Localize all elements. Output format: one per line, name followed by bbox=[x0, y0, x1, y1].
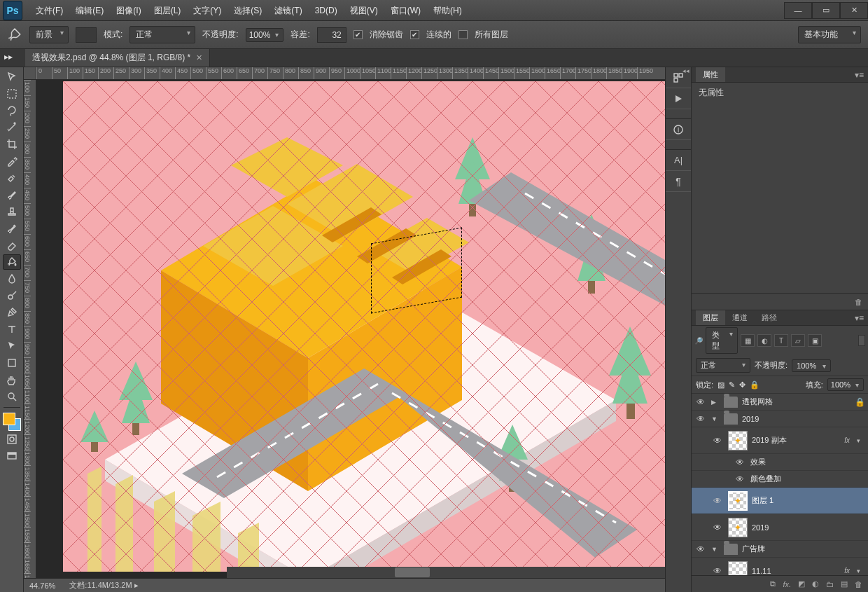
filter-shape-icon[interactable]: ▱ bbox=[791, 334, 805, 347]
mask-icon[interactable]: ◩ bbox=[798, 579, 805, 588]
close-tab-icon[interactable]: ✕ bbox=[196, 53, 202, 62]
properties-tab[interactable]: 属性 bbox=[696, 67, 725, 82]
panel-menu-icon[interactable]: ▾≡ bbox=[855, 70, 868, 80]
move-tool[interactable] bbox=[3, 69, 21, 85]
layers-tab[interactable]: 图层 bbox=[696, 310, 725, 325]
blend-mode-dropdown[interactable]: 正常 bbox=[130, 26, 195, 43]
all-layers-checkbox[interactable] bbox=[458, 30, 468, 39]
visibility-icon[interactable]: 👁 bbox=[711, 566, 724, 576]
fill-source-dropdown[interactable]: 前景 bbox=[29, 26, 69, 43]
blur-tool[interactable] bbox=[3, 271, 21, 287]
visibility-icon[interactable]: 👁 bbox=[734, 457, 746, 467]
layer-thumb[interactable]: ✦ bbox=[728, 431, 748, 450]
layer-filter-kind[interactable]: 类型 bbox=[706, 327, 738, 354]
color-swatches[interactable] bbox=[3, 413, 21, 431]
layer-opacity-value[interactable]: 100% bbox=[792, 359, 831, 372]
collapse-icon[interactable]: ▶ bbox=[711, 399, 720, 406]
menu-file[interactable]: 文件(F) bbox=[29, 0, 69, 21]
lasso-tool[interactable] bbox=[3, 103, 21, 118]
zoom-readout[interactable]: 44.76% bbox=[29, 581, 55, 590]
quickmask-tool[interactable] bbox=[3, 432, 21, 447]
layer-coloroverlay-row[interactable]: 👁 颜色叠加 bbox=[692, 471, 868, 488]
minimize-button[interactable]: — bbox=[784, 2, 812, 19]
menu-select[interactable]: 选择(S) bbox=[227, 0, 268, 21]
filter-toggle[interactable] bbox=[858, 335, 865, 346]
visibility-icon[interactable]: 👁 bbox=[694, 414, 707, 424]
menu-help[interactable]: 帮助(H) bbox=[427, 0, 468, 21]
opacity-input[interactable]: 100% bbox=[246, 28, 284, 42]
fx-icon[interactable]: fx. bbox=[783, 580, 791, 588]
ruler-vertical[interactable]: 1001502002503003504004505005506006507007… bbox=[24, 80, 36, 592]
docinfo-readout[interactable]: 文档:11.4M/13.2M ▸ bbox=[69, 580, 138, 591]
heal-tool[interactable] bbox=[3, 170, 21, 186]
visibility-icon[interactable]: 👁 bbox=[734, 474, 746, 484]
visibility-icon[interactable]: 👁 bbox=[711, 496, 724, 506]
menu-type[interactable]: 文字(Y) bbox=[187, 0, 227, 21]
lock-paint-icon[interactable]: ✎ bbox=[729, 380, 735, 390]
character-panel-icon[interactable]: A| bbox=[666, 150, 691, 171]
menu-filter[interactable]: 滤镜(T) bbox=[268, 0, 308, 21]
group-icon[interactable]: 🗀 bbox=[826, 580, 834, 588]
paragraph-panel-icon[interactable]: ¶ bbox=[666, 171, 691, 192]
document-tab[interactable]: 透视效果2.psd @ 44.8% (图层 1, RGB/8) * ✕ bbox=[25, 49, 210, 67]
visibility-icon[interactable]: 👁 bbox=[711, 523, 724, 532]
stamp-tool[interactable] bbox=[3, 204, 21, 219]
crop-tool[interactable] bbox=[3, 137, 21, 152]
layer-group-grid[interactable]: 👁 ▶ 透视网格 🔒 bbox=[692, 394, 868, 411]
menu-view[interactable]: 视图(V) bbox=[344, 0, 384, 21]
filter-pixel-icon[interactable]: ▦ bbox=[741, 334, 755, 347]
menu-layer[interactable]: 图层(L) bbox=[148, 0, 188, 21]
tolerance-input[interactable]: 32 bbox=[317, 27, 346, 43]
filter-adjust-icon[interactable]: ◐ bbox=[757, 334, 771, 347]
filter-smart-icon[interactable]: ▣ bbox=[808, 334, 822, 347]
paths-tab[interactable]: 路径 bbox=[755, 310, 784, 325]
fg-color-swatch[interactable] bbox=[3, 413, 15, 425]
toolbox-collapse-icon[interactable]: ▸▸ bbox=[4, 52, 17, 64]
expand-panels-icon[interactable]: ◂◂ bbox=[682, 67, 690, 74]
layer-2019[interactable]: 👁 ✦ 2019 bbox=[692, 514, 868, 541]
antialias-checkbox[interactable]: ✔ bbox=[354, 30, 363, 39]
ruler-horizontal[interactable]: 0501001502002503003504004505005506006507… bbox=[36, 67, 665, 80]
layer-1111[interactable]: 👁 11.11 fx▾ bbox=[692, 558, 868, 575]
visibility-icon[interactable]: 👁 bbox=[711, 436, 724, 446]
dodge-tool[interactable] bbox=[3, 288, 21, 303]
workspace-dropdown[interactable]: 基本功能 bbox=[798, 26, 861, 43]
menu-edit[interactable]: 编辑(E) bbox=[69, 0, 110, 21]
contiguous-checkbox[interactable]: ✔ bbox=[410, 30, 419, 39]
lock-pos-icon[interactable]: ✥ bbox=[739, 380, 746, 390]
lock-trans-icon[interactable]: ▨ bbox=[718, 380, 724, 390]
bucket-tool[interactable] bbox=[3, 254, 21, 270]
marquee-tool[interactable] bbox=[3, 86, 21, 102]
layer-list[interactable]: 👁 ▶ 透视网格 🔒 👁 ▼ 2019 👁 ✦ bbox=[692, 394, 868, 575]
layer-thumb[interactable]: ✦ bbox=[728, 518, 748, 537]
type-tool[interactable] bbox=[3, 322, 21, 337]
wand-tool[interactable] bbox=[3, 120, 21, 135]
trash-icon[interactable]: 🗑 bbox=[855, 298, 862, 306]
layer-group-billboard[interactable]: 👁 ▼ 广告牌 bbox=[692, 541, 868, 558]
layer-thumb[interactable] bbox=[728, 561, 748, 576]
actions-panel-icon[interactable] bbox=[666, 88, 691, 109]
shape-tool[interactable] bbox=[3, 355, 21, 371]
newlayer-icon[interactable]: ▤ bbox=[841, 579, 848, 588]
layer-2019-copy[interactable]: 👁 ✦ 2019 副本 fx▾ bbox=[692, 427, 868, 454]
collapse-icon[interactable]: ▼ bbox=[711, 415, 720, 422]
layer-fill-value[interactable]: 100% bbox=[827, 378, 864, 391]
history-brush-tool[interactable] bbox=[3, 221, 21, 236]
zoom-tool[interactable] bbox=[3, 389, 21, 404]
layers-panel-menu-icon[interactable]: ▾≡ bbox=[855, 313, 868, 323]
pattern-picker[interactable] bbox=[76, 27, 97, 43]
menu-3d[interactable]: 3D(D) bbox=[309, 0, 344, 21]
layer-thumb[interactable]: ✦ bbox=[728, 491, 748, 511]
delete-icon[interactable]: 🗑 bbox=[855, 580, 862, 588]
info-panel-icon[interactable]: i bbox=[666, 119, 691, 140]
path-select-tool[interactable] bbox=[3, 338, 21, 354]
visibility-icon[interactable]: 👁 bbox=[694, 544, 707, 554]
maximize-button[interactable]: ▭ bbox=[812, 2, 840, 19]
eraser-tool[interactable] bbox=[3, 238, 21, 253]
visibility-icon[interactable]: 👁 bbox=[694, 397, 707, 407]
collapse-icon[interactable]: ▼ bbox=[711, 546, 720, 553]
scrollbar-thumb[interactable] bbox=[395, 567, 430, 577]
close-button[interactable]: ✕ bbox=[840, 2, 868, 19]
layer-layer1[interactable]: 👁 ✦ 图层 1 bbox=[692, 488, 868, 514]
hand-tool[interactable] bbox=[3, 372, 21, 387]
